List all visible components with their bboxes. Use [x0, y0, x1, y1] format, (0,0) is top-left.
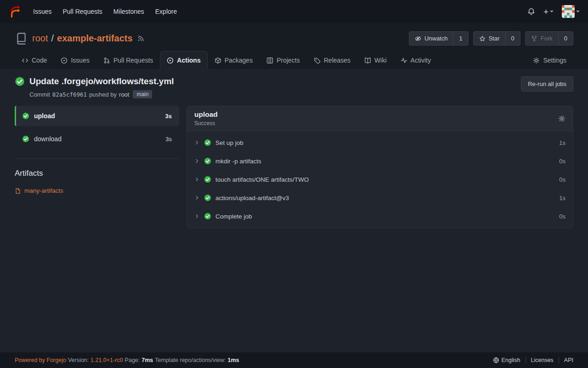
step-row-touch[interactable]: touch artifacts/ONE artifacts/TWO 0s [187, 170, 573, 189]
page-time-value: 7ms [141, 357, 153, 363]
job-row-download[interactable]: download 3s [15, 129, 179, 149]
pulse-icon [401, 57, 407, 64]
chevron-right-icon [194, 195, 200, 201]
jobs-sidebar: upload 3s download 3s Artifacts many-art… [15, 106, 179, 194]
step-label: actions/upload-artifact@v3 [215, 195, 289, 201]
step-label: mkdir -p artifacts [215, 158, 261, 165]
language-selector[interactable]: English [493, 357, 520, 363]
commit-sha[interactable]: 82a5cf6961 [52, 91, 87, 98]
tabs-spacer [438, 51, 526, 69]
unwatch-button[interactable]: Unwatch [409, 32, 453, 45]
commit-author[interactable]: root [119, 91, 129, 98]
step-row-mkdir[interactable]: mkdir -p artifacts 0s [187, 152, 573, 170]
rss-button[interactable] [137, 35, 144, 42]
page-time-label: Page: [125, 357, 140, 363]
powered-by-link[interactable]: Powered by Forgejo [15, 357, 66, 363]
star-button-group: Star 0 [473, 31, 520, 46]
repo-owner-link[interactable]: root [32, 33, 48, 44]
create-new-dropdown[interactable]: + [543, 7, 554, 16]
job-row-upload[interactable]: upload 3s [15, 106, 179, 126]
tab-label: Wiki [374, 57, 386, 64]
tab-actions[interactable]: Actions [160, 51, 207, 69]
template-time-value: 1ms [228, 357, 239, 363]
step-label: Set up job [215, 139, 243, 146]
fork-icon [531, 35, 537, 42]
chevron-down-icon [576, 11, 580, 12]
star-icon [479, 35, 486, 42]
tab-label: Releases [324, 57, 351, 64]
nav-item-milestones[interactable]: Milestones [108, 4, 150, 19]
watchers-count[interactable]: 1 [453, 32, 468, 45]
forgejo-logo[interactable] [8, 5, 21, 18]
tab-releases[interactable]: Releases [307, 51, 357, 69]
footer-left: Powered by Forgejo Version: 1.21.0+1-rc0… [15, 357, 239, 363]
fork-button[interactable]: Fork [526, 32, 558, 45]
package-icon [215, 57, 221, 64]
fork-label: Fork [541, 35, 553, 42]
forks-count[interactable]: 0 [558, 32, 573, 45]
tab-label: Projects [277, 57, 300, 64]
step-row-complete-job[interactable]: Complete job 0s [187, 207, 573, 225]
actions-icon [167, 57, 174, 64]
globe-icon [493, 357, 499, 363]
repo-header: root / example-artifacts Unwatch 1 [0, 23, 588, 69]
notifications-button[interactable] [527, 8, 535, 16]
api-link[interactable]: API [564, 357, 573, 363]
stars-count[interactable]: 0 [505, 32, 520, 45]
tab-wiki[interactable]: Wiki [357, 51, 393, 69]
job-duration: 3s [165, 113, 172, 120]
template-time-label: Template repo/actions/view: [155, 357, 226, 363]
rss-icon [137, 35, 144, 42]
step-row-upload-artifact[interactable]: actions/upload-artifact@v3 1s [187, 189, 573, 207]
nav-item-explore[interactable]: Explore [150, 4, 182, 19]
star-button[interactable]: Star [474, 32, 505, 45]
success-check-icon [204, 139, 211, 146]
chevron-right-icon [194, 140, 200, 145]
job-detail-header: upload Success [187, 106, 573, 131]
tab-pull-requests[interactable]: Pull Requests [96, 51, 160, 69]
nav-item-issues[interactable]: Issues [28, 4, 57, 19]
tab-settings[interactable]: Settings [526, 51, 573, 69]
code-icon [22, 57, 28, 64]
pull-request-icon [103, 57, 110, 64]
tab-activity[interactable]: Activity [394, 51, 438, 69]
footer-divider [559, 357, 559, 363]
version-label: Version: [68, 357, 89, 363]
tab-issues[interactable]: Issues [54, 51, 96, 69]
chevron-right-icon [194, 213, 200, 219]
job-detail-panel: upload Success [187, 106, 573, 228]
step-duration: 0s [559, 176, 565, 183]
tab-label: Settings [543, 57, 566, 64]
job-detail-name: upload [194, 110, 218, 119]
gear-icon [533, 57, 540, 64]
avatar [562, 5, 575, 18]
job-settings-button[interactable] [558, 115, 565, 122]
job-name: upload [34, 112, 55, 120]
licenses-link[interactable]: Licenses [531, 357, 554, 363]
tab-packages[interactable]: Packages [208, 51, 260, 69]
branch-badge[interactable]: main [133, 90, 152, 98]
project-board-icon [266, 57, 273, 64]
tab-label: Activity [411, 57, 431, 64]
job-detail-title-block: upload Success [194, 110, 218, 126]
watch-button-group: Unwatch 1 [409, 31, 469, 46]
nav-item-pull-requests[interactable]: Pull Requests [57, 4, 107, 19]
version-link[interactable]: 1.21.0+1-rc0 [90, 357, 123, 363]
repo-name-link[interactable]: example-artifacts [57, 33, 133, 44]
step-duration: 1s [559, 139, 565, 146]
tab-code[interactable]: Code [15, 51, 54, 69]
run-title: Update .forgejo/workflows/test.yml [29, 76, 174, 86]
tag-icon [314, 57, 321, 64]
user-menu[interactable] [562, 5, 580, 18]
footer-divider [526, 357, 526, 363]
fork-button-group: Fork 0 [525, 31, 573, 46]
rerun-all-jobs-button[interactable]: Re-run all jobs [521, 76, 573, 92]
job-name: download [34, 135, 62, 143]
run-body: upload 3s download 3s Artifacts many-art… [15, 106, 573, 228]
step-row-setup-job[interactable]: Set up job 1s [187, 133, 573, 152]
file-icon [15, 188, 21, 194]
tab-projects[interactable]: Projects [260, 51, 307, 69]
job-detail-status: Success [194, 120, 218, 126]
forgejo-logo-icon [8, 5, 21, 18]
artifact-link-many-artifacts[interactable]: many-artifacts [15, 187, 179, 194]
